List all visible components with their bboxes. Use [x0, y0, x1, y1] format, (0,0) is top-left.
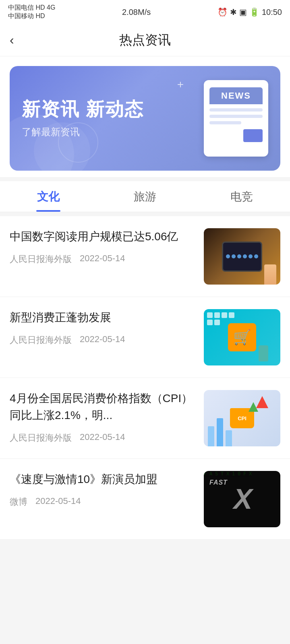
matrix-char: 1 [232, 471, 238, 527]
banner-plus-icon: + [177, 78, 184, 91]
news-card-accent [243, 129, 263, 142]
battery-icon: 🔋 [249, 7, 259, 17]
news-headline-1: 中国数字阅读用户规模已达5.06亿 [10, 228, 196, 245]
news-thumb-2: 🛒 [204, 309, 280, 365]
banner-text: 新资讯 新动态 了解最新资讯 [22, 98, 204, 138]
news-card-line-1 [209, 108, 263, 111]
carrier1-label: 中国电信 HD 4G [8, 4, 55, 12]
news-text-3: 4月份全国居民消费价格指数（CPI）同比上涨2.1%，明... 人民日报海外版 … [10, 390, 196, 444]
icon-dot [254, 254, 258, 258]
page-header: ‹ 热点资讯 [0, 24, 290, 56]
tablet-icons [223, 243, 261, 270]
icon-dot [232, 254, 236, 258]
cpi-basket-label: CPI [238, 415, 246, 421]
alarm-icon: ⏰ [218, 7, 228, 17]
cpi-bar1 [208, 426, 214, 446]
news-meta-3: 人民日报海外版 2022-05-14 [10, 432, 196, 444]
icon-dot [237, 254, 241, 258]
page-title: 热点资讯 [119, 31, 171, 49]
news-card-label: NEWS [209, 87, 263, 104]
news-item-3[interactable]: 4月份全国居民消费价格指数（CPI）同比上涨2.1%，明... 人民日报海外版 … [0, 378, 290, 459]
icon-sm [222, 312, 227, 318]
carrier2-label: 中国移动 HD [8, 12, 55, 21]
news-thumb-1 [204, 228, 280, 285]
nfc-icon: ▣ [239, 7, 247, 17]
news-date-1: 2022-05-14 [80, 253, 125, 265]
news-date-3: 2022-05-14 [80, 432, 125, 444]
news-list: 中国数字阅读用户规模已达5.06亿 人民日报海外版 2022-05-14 [0, 216, 290, 540]
tablet-icon [222, 242, 262, 272]
category-tabs: 文化 旅游 电竞 [0, 181, 290, 212]
news-item-1[interactable]: 中国数字阅读用户规模已达5.06亿 人民日报海外版 2022-05-14 [0, 216, 290, 297]
news-thumb-3: CPI [204, 390, 280, 446]
news-meta-4: 微博 2022-05-14 [10, 496, 196, 508]
matrix-char: X [249, 471, 255, 527]
news-text-1: 中国数字阅读用户规模已达5.06亿 人民日报海外版 2022-05-14 [10, 228, 196, 265]
cpi-arrow-up [256, 396, 268, 408]
cpi-bar2 [217, 418, 223, 446]
icon-sm [214, 320, 220, 325]
news-text-2: 新型消费正蓬勃发展 人民日报海外版 2022-05-14 [10, 309, 196, 346]
news-meta-2: 人民日报海外版 2022-05-14 [10, 334, 196, 346]
tab-travel[interactable]: 旅游 [97, 189, 193, 212]
news-card-lines [209, 108, 263, 128]
news-text-4: 《速度与激情10》新演员加盟 微博 2022-05-14 [10, 471, 196, 508]
news-item-4[interactable]: 《速度与激情10》新演员加盟 微博 2022-05-14 F A S T X 1… [0, 459, 290, 540]
carrier-info: 中国电信 HD 4G 中国移动 HD [8, 4, 55, 21]
status-icons: ⏰ ✱ ▣ 🔋 10:50 [218, 7, 282, 17]
banner-news-card: NEWS [204, 80, 268, 157]
icon-dot [249, 254, 253, 258]
news-item-2[interactable]: 新型消费正蓬勃发展 人民日报海外版 2022-05-14 🛒 [0, 297, 290, 378]
matrix-char: F [204, 471, 209, 527]
network-speed: 2.08M/s [122, 8, 151, 17]
hand-image [264, 264, 276, 285]
status-bar: 中国电信 HD 4G 中国移动 HD 2.08M/s ⏰ ✱ ▣ 🔋 10:50 [0, 0, 290, 24]
news-banner[interactable]: + 新资讯 新动态 了解最新资讯 NEWS ✕ [10, 66, 280, 171]
icon-dot [226, 254, 230, 258]
news-thumb-4: F A S T X 1 0 F X FAST X [204, 471, 280, 527]
matrix-char: 0 [238, 471, 243, 527]
news-headline-3: 4月份全国居民消费价格指数（CPI）同比上涨2.1%，明... [10, 390, 196, 424]
news-source-4: 微博 [10, 496, 27, 508]
news-source-3: 人民日报海外版 [10, 432, 72, 444]
news-card-line-3 [209, 121, 241, 124]
icon-sm [207, 320, 213, 325]
back-button[interactable]: ‹ [10, 33, 14, 47]
news-date-2: 2022-05-14 [80, 334, 125, 346]
icon-sm [214, 312, 220, 318]
news-source-2: 人民日报海外版 [10, 334, 72, 346]
banner-subtitle: 了解最新资讯 [22, 126, 204, 138]
clock-display: 10:50 [262, 8, 282, 17]
news-source-1: 人民日报海外版 [10, 253, 72, 265]
news-headline-4: 《速度与激情10》新演员加盟 [10, 471, 196, 488]
bluetooth-icon: ✱ [230, 7, 237, 17]
icon-dot [243, 254, 247, 258]
banner-title: 新资讯 新动态 [22, 98, 204, 120]
news-date-4: 2022-05-14 [35, 496, 81, 508]
news-headline-2: 新型消费正蓬勃发展 [10, 309, 196, 326]
tab-esports[interactable]: 电竞 [193, 189, 290, 212]
icon-sm [207, 312, 213, 318]
news-card-line-2 [209, 115, 263, 118]
matrix-char: F [243, 471, 249, 527]
news-meta-1: 人民日报海外版 2022-05-14 [10, 253, 196, 265]
cart-icon: 🛒 [228, 323, 256, 351]
fast-label: FAST [209, 479, 228, 486]
hand-pointer-icon [259, 345, 268, 361]
icon-sm [229, 312, 234, 318]
tab-culture[interactable]: 文化 [0, 189, 97, 212]
banner-container: + 新资讯 新动态 了解最新资讯 NEWS ✕ [0, 56, 290, 177]
cpi-bar3 [226, 430, 232, 446]
